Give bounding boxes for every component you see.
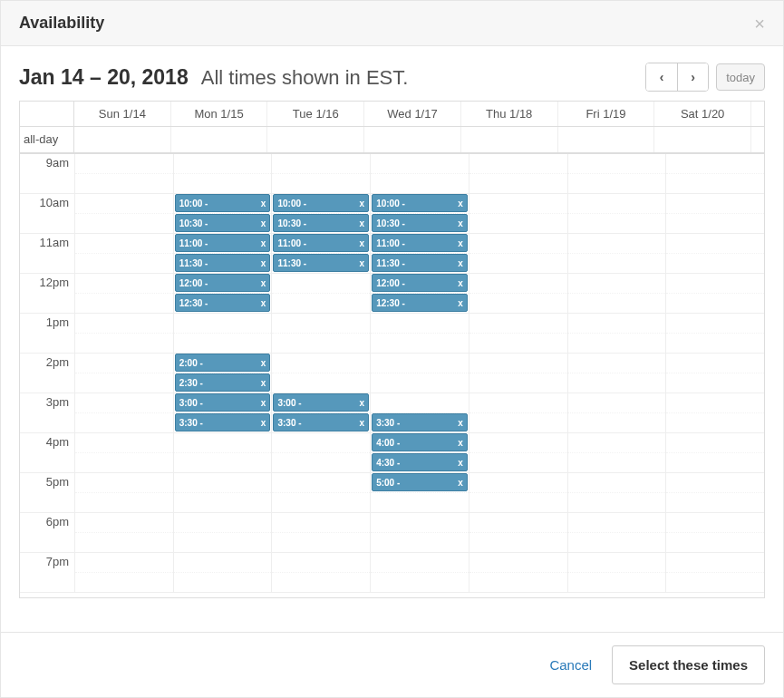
hour-cell[interactable] xyxy=(174,473,272,513)
select-times-button[interactable]: Select these times xyxy=(612,645,765,684)
calendar-scroll-area[interactable]: 9am10am11am12pm1pm2pm3pm4pm5pm6pm7pm 10:… xyxy=(19,154,765,598)
remove-slot-icon[interactable]: x xyxy=(261,298,266,308)
availability-slot[interactable]: 11:00 -x xyxy=(273,234,369,252)
remove-slot-icon[interactable]: x xyxy=(261,358,266,368)
hour-cell[interactable] xyxy=(568,354,666,393)
remove-slot-icon[interactable]: x xyxy=(458,438,463,448)
allday-fri[interactable] xyxy=(558,127,655,152)
hour-cell[interactable] xyxy=(75,234,173,274)
remove-slot-icon[interactable]: x xyxy=(261,258,266,268)
hour-cell[interactable] xyxy=(666,433,764,473)
hour-cell[interactable] xyxy=(568,433,666,473)
hour-cell[interactable] xyxy=(666,513,764,553)
hour-cell[interactable] xyxy=(568,194,666,234)
hour-cell[interactable] xyxy=(75,154,173,194)
hour-cell[interactable] xyxy=(272,513,370,553)
hour-cell[interactable] xyxy=(272,473,370,513)
availability-slot[interactable]: 3:30 -x xyxy=(372,413,468,431)
hour-cell[interactable] xyxy=(174,314,272,354)
hour-cell[interactable] xyxy=(272,354,370,393)
hour-cell[interactable] xyxy=(469,314,567,354)
hour-cell[interactable] xyxy=(568,274,666,314)
remove-slot-icon[interactable]: x xyxy=(261,418,266,428)
hour-cell[interactable] xyxy=(469,513,567,553)
remove-slot-icon[interactable]: x xyxy=(261,398,266,408)
hour-cell[interactable] xyxy=(174,553,272,593)
availability-slot[interactable]: 3:00 -x xyxy=(273,393,369,412)
remove-slot-icon[interactable]: x xyxy=(261,278,266,288)
hour-cell[interactable] xyxy=(75,513,173,553)
hour-cell[interactable] xyxy=(568,154,666,194)
hour-cell[interactable] xyxy=(469,553,567,593)
availability-slot[interactable]: 12:30 -x xyxy=(175,294,271,312)
remove-slot-icon[interactable]: x xyxy=(458,258,463,268)
availability-slot[interactable]: 10:00 -x xyxy=(175,194,271,212)
hour-cell[interactable] xyxy=(666,274,764,314)
hour-cell[interactable] xyxy=(568,314,666,354)
availability-slot[interactable]: 2:00 -x xyxy=(175,354,271,372)
day-col-tue[interactable]: 10:00 -x10:30 -x11:00 -x11:30 -x3:00 -x3… xyxy=(271,154,370,593)
day-col-mon[interactable]: 10:00 -x10:30 -x11:00 -x11:30 -x12:00 -x… xyxy=(173,154,272,593)
prev-week-button[interactable]: ‹ xyxy=(646,63,677,91)
availability-slot[interactable]: 11:30 -x xyxy=(372,254,468,272)
availability-slot[interactable]: 10:00 -x xyxy=(372,194,468,212)
remove-slot-icon[interactable]: x xyxy=(458,298,463,308)
remove-slot-icon[interactable]: x xyxy=(360,218,365,228)
remove-slot-icon[interactable]: x xyxy=(360,418,365,428)
hour-cell[interactable] xyxy=(666,314,764,354)
hour-cell[interactable] xyxy=(666,553,764,593)
hour-cell[interactable] xyxy=(75,314,173,354)
remove-slot-icon[interactable]: x xyxy=(261,199,266,208)
hour-cell[interactable] xyxy=(666,473,764,513)
allday-wed[interactable] xyxy=(364,127,461,152)
hour-cell[interactable] xyxy=(666,194,764,234)
availability-slot[interactable]: 11:00 -x xyxy=(372,234,468,252)
availability-slot[interactable]: 10:30 -x xyxy=(273,214,369,232)
availability-slot[interactable]: 11:30 -x xyxy=(175,254,271,272)
availability-slot[interactable]: 10:30 -x xyxy=(372,214,468,232)
remove-slot-icon[interactable]: x xyxy=(360,258,365,268)
availability-slot[interactable]: 12:00 -x xyxy=(175,274,271,292)
availability-slot[interactable]: 10:00 -x xyxy=(273,194,369,212)
hour-cell[interactable] xyxy=(371,154,469,194)
hour-cell[interactable] xyxy=(469,274,567,314)
remove-slot-icon[interactable]: x xyxy=(458,238,463,248)
day-col-sat[interactable] xyxy=(665,154,764,593)
day-col-wed[interactable]: 10:00 -x10:30 -x11:00 -x11:30 -x12:00 -x… xyxy=(370,154,469,593)
hour-cell[interactable] xyxy=(666,354,764,393)
hour-cell[interactable] xyxy=(371,314,469,354)
remove-slot-icon[interactable]: x xyxy=(458,278,463,288)
hour-cell[interactable] xyxy=(666,154,764,194)
hour-cell[interactable] xyxy=(174,433,272,473)
hour-cell[interactable] xyxy=(75,553,173,593)
remove-slot-icon[interactable]: x xyxy=(458,218,463,228)
hour-cell[interactable] xyxy=(75,354,173,393)
hour-cell[interactable] xyxy=(469,234,567,274)
hour-cell[interactable] xyxy=(469,433,567,473)
allday-thu[interactable] xyxy=(461,127,558,152)
hour-cell[interactable] xyxy=(469,393,567,433)
hour-cell[interactable] xyxy=(174,513,272,553)
hour-cell[interactable] xyxy=(371,354,469,393)
hour-cell[interactable] xyxy=(469,354,567,393)
next-week-button[interactable]: › xyxy=(677,63,708,91)
hour-cell[interactable] xyxy=(272,274,370,314)
availability-slot[interactable]: 2:30 -x xyxy=(175,373,271,392)
availability-slot[interactable]: 11:00 -x xyxy=(175,234,271,252)
hour-cell[interactable] xyxy=(568,553,666,593)
hour-cell[interactable] xyxy=(75,433,173,473)
hour-cell[interactable] xyxy=(75,274,173,314)
hour-cell[interactable] xyxy=(469,473,567,513)
remove-slot-icon[interactable]: x xyxy=(360,398,365,408)
remove-slot-icon[interactable]: x xyxy=(261,218,266,228)
hour-cell[interactable] xyxy=(666,234,764,274)
hour-cell[interactable] xyxy=(272,433,370,473)
availability-slot[interactable]: 3:30 -x xyxy=(175,413,271,431)
hour-cell[interactable] xyxy=(469,154,567,194)
hour-cell[interactable] xyxy=(568,473,666,513)
availability-slot[interactable]: 5:00 -x xyxy=(372,473,468,491)
hour-cell[interactable] xyxy=(568,393,666,433)
hour-cell[interactable] xyxy=(75,393,173,433)
hour-cell[interactable] xyxy=(75,473,173,513)
remove-slot-icon[interactable]: x xyxy=(261,238,266,248)
